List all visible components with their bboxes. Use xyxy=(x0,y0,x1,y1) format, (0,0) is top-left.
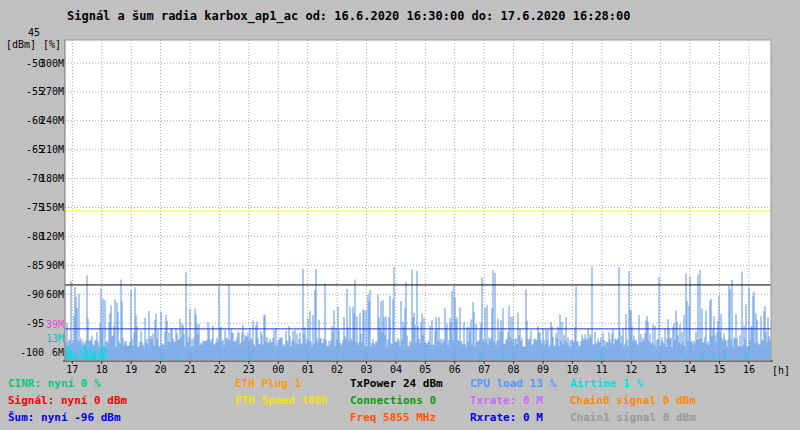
legend-cinr: CINR: nyní 0 % xyxy=(8,377,101,390)
legend-txrate: Txrate: 0 M xyxy=(470,394,543,407)
graph-page: -50300M-55270M-60240M-65210M-70180M-7515… xyxy=(0,0,800,430)
legend-freq: Freq 5855 MHz xyxy=(350,411,436,424)
legend-eth-plug: ETH Plug 1 xyxy=(235,377,301,390)
legend-chain1: Chain1 signal 0 dBm xyxy=(570,411,696,424)
legend-airtime: Airtime 1 % xyxy=(570,377,643,390)
legend-eth-speed: ETH Speed 1000 xyxy=(235,394,328,407)
legend-connections: Connections 0 xyxy=(350,394,436,407)
legend-chain0: Chain0 signal 0 dBm xyxy=(570,394,696,407)
legend-rxrate: Rxrate: 0 M xyxy=(470,411,543,424)
legend-noise: Šum: nyní -96 dBm xyxy=(8,411,121,424)
legend-cpu-load: CPU load 13 % xyxy=(470,377,556,390)
legend-txpower: TxPower 24 dBm xyxy=(350,377,443,390)
legend-signal: Signál: nyní 0 dBm xyxy=(8,394,127,407)
legend: CINR: nyní 0 %Signál: nyní 0 dBmŠum: nyn… xyxy=(0,0,800,430)
